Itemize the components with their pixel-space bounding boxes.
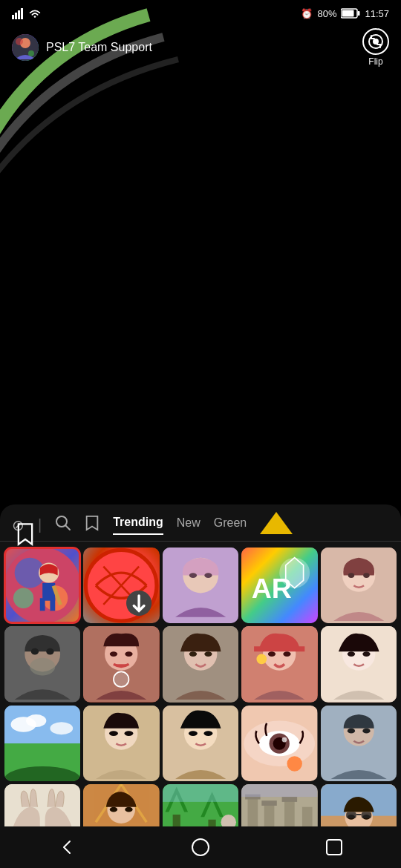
svg-point-41 bbox=[31, 648, 39, 655]
svg-point-10 bbox=[28, 50, 34, 56]
svg-point-51 bbox=[204, 652, 212, 657]
svg-point-56 bbox=[257, 654, 267, 665]
bookmark-float[interactable] bbox=[15, 522, 36, 549]
svg-rect-104 bbox=[163, 784, 238, 802]
tabs-row: ⊘ | Trending New Green bbox=[0, 504, 401, 542]
svg-point-54 bbox=[268, 652, 276, 657]
time-display: 11:57 bbox=[365, 8, 389, 19]
flip-label: Flip bbox=[368, 56, 382, 67]
svg-rect-0 bbox=[12, 15, 14, 19]
svg-point-123 bbox=[192, 839, 209, 855]
svg-point-60 bbox=[362, 652, 370, 657]
tab-green[interactable]: Green bbox=[214, 516, 247, 534]
svg-point-12 bbox=[373, 39, 379, 45]
tab-divider: | bbox=[38, 516, 42, 533]
status-bar: ⏰ 80% 11:57 bbox=[0, 0, 401, 27]
svg-point-30 bbox=[204, 573, 212, 578]
grid-item-sky[interactable] bbox=[4, 706, 80, 781]
svg-rect-20 bbox=[42, 583, 55, 601]
battery-text: 80% bbox=[317, 8, 336, 19]
svg-rect-2 bbox=[18, 10, 20, 19]
svg-point-81 bbox=[287, 756, 302, 771]
grid-item-woman2[interactable] bbox=[163, 626, 238, 702]
svg-point-40 bbox=[30, 658, 55, 676]
svg-point-85 bbox=[362, 729, 370, 734]
svg-point-9 bbox=[16, 38, 23, 45]
grid-item-psl[interactable] bbox=[4, 548, 80, 623]
svg-point-59 bbox=[347, 652, 354, 657]
svg-point-73 bbox=[189, 731, 198, 736]
grid-item-woman1[interactable] bbox=[83, 626, 159, 702]
grid-item-man[interactable] bbox=[4, 626, 80, 702]
top-bar: PSL7 Team Support Flip bbox=[0, 27, 401, 68]
grid-item-selfie1[interactable] bbox=[163, 548, 238, 623]
flip-camera-icon bbox=[362, 28, 389, 55]
grid-item-asian1[interactable] bbox=[83, 706, 159, 781]
svg-rect-1 bbox=[15, 13, 17, 19]
filter-grid: AR bbox=[0, 542, 401, 867]
nav-recent-button[interactable] bbox=[318, 831, 351, 864]
grid-item-cricket[interactable] bbox=[83, 548, 159, 623]
svg-rect-114 bbox=[241, 784, 317, 797]
svg-point-80 bbox=[282, 737, 287, 742]
svg-point-36 bbox=[348, 573, 354, 578]
nav-back-button[interactable] bbox=[50, 831, 83, 864]
svg-point-29 bbox=[189, 573, 197, 578]
svg-line-14 bbox=[65, 525, 70, 530]
bookmark-tab-icon[interactable] bbox=[85, 515, 100, 535]
svg-rect-5 bbox=[358, 11, 360, 16]
tab-trending[interactable]: Trending bbox=[113, 516, 163, 535]
grid-item-ar[interactable]: AR bbox=[241, 548, 317, 623]
svg-rect-112 bbox=[282, 797, 297, 802]
svg-point-92 bbox=[125, 807, 133, 812]
grid-item-eye[interactable] bbox=[241, 706, 317, 781]
wifi-icon bbox=[28, 8, 42, 19]
svg-rect-111 bbox=[261, 800, 276, 806]
svg-point-55 bbox=[284, 652, 291, 657]
svg-rect-124 bbox=[327, 840, 342, 855]
svg-point-74 bbox=[203, 731, 212, 736]
avatar bbox=[12, 34, 39, 61]
svg-point-18 bbox=[13, 588, 33, 608]
battery-icon bbox=[341, 8, 360, 19]
bottom-panel: ⊘ | Trending New Green bbox=[0, 504, 401, 868]
grid-item-asian2[interactable] bbox=[163, 706, 238, 781]
status-left bbox=[12, 7, 42, 19]
svg-point-65 bbox=[50, 722, 73, 734]
svg-point-46 bbox=[125, 652, 133, 657]
svg-point-50 bbox=[189, 652, 197, 657]
alarm-icon: ⏰ bbox=[301, 8, 313, 19]
nav-bar bbox=[0, 826, 401, 868]
svg-point-45 bbox=[110, 652, 117, 657]
flip-button[interactable]: Flip bbox=[362, 28, 389, 67]
svg-point-42 bbox=[46, 648, 53, 655]
svg-rect-22 bbox=[50, 598, 55, 611]
status-right: ⏰ 80% 11:57 bbox=[301, 8, 389, 19]
svg-point-84 bbox=[347, 729, 354, 734]
svg-rect-120 bbox=[346, 812, 356, 819]
svg-point-69 bbox=[109, 731, 118, 736]
svg-point-70 bbox=[125, 731, 134, 736]
svg-point-47 bbox=[114, 672, 128, 687]
yellow-arrow bbox=[260, 512, 293, 534]
profile-info: PSL7 Team Support bbox=[12, 34, 152, 61]
svg-point-64 bbox=[26, 714, 46, 727]
tab-new[interactable]: New bbox=[177, 516, 200, 534]
grid-item-woman3[interactable] bbox=[241, 626, 317, 702]
svg-rect-21 bbox=[40, 598, 45, 611]
grid-item-portrait1[interactable] bbox=[321, 548, 397, 623]
svg-rect-3 bbox=[21, 8, 23, 19]
grid-item-woman4[interactable] bbox=[321, 626, 397, 702]
svg-rect-6 bbox=[342, 10, 354, 17]
grid-item-man2[interactable] bbox=[321, 706, 397, 781]
nav-home-button[interactable] bbox=[184, 831, 217, 864]
svg-point-37 bbox=[363, 573, 370, 578]
svg-rect-121 bbox=[361, 812, 371, 819]
profile-name: PSL7 Team Support bbox=[46, 41, 152, 54]
signal-icon bbox=[12, 7, 25, 19]
svg-point-91 bbox=[110, 807, 117, 812]
search-tab-icon[interactable] bbox=[55, 515, 71, 535]
